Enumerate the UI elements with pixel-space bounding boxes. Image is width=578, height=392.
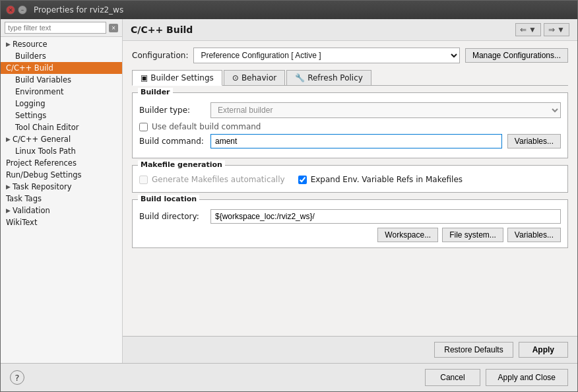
build-location-section: Build location Build directory: Workspac… xyxy=(132,199,568,248)
titlebar: × – Properties for rviz2_ws xyxy=(1,1,577,19)
builder-section: Builder Builder type: External builder U… xyxy=(132,92,568,158)
tab-behavior[interactable]: ⊙ Behavior xyxy=(224,70,285,85)
expand-env-row: Expand Env. Variable Refs in Makefiles xyxy=(298,175,463,184)
right-header: C/C++ Build ⇐ ▼ ⇒ ▼ xyxy=(123,19,577,41)
sidebar-item-label: Build Variables xyxy=(15,75,71,84)
build-dir-input[interactable] xyxy=(210,209,561,224)
filter-input[interactable] xyxy=(5,22,106,34)
sidebar-item-label: Project References xyxy=(6,158,77,168)
use-default-checkbox[interactable] xyxy=(139,123,148,131)
dir-buttons: Workspace... File system... Variables... xyxy=(139,228,561,242)
generate-makefiles-checkbox[interactable] xyxy=(139,176,148,184)
footer: ? Cancel Apply and Close xyxy=(1,363,577,391)
sidebar-item-settings[interactable]: Settings xyxy=(1,110,122,121)
sidebar-item-linux-tools-path[interactable]: Linux Tools Path xyxy=(1,145,122,157)
build-dir-label: Build directory: xyxy=(139,212,205,221)
build-dir-row: Build directory: xyxy=(139,209,561,224)
tab-builder-settings-label: Builder Settings xyxy=(150,73,213,82)
builder-settings-icon: ▣ xyxy=(141,73,148,82)
forward-button[interactable]: ⇒ ▼ xyxy=(544,23,569,36)
left-panel: × ▶ResourceBuildersC/C++ BuildBuild Vari… xyxy=(1,19,123,363)
sidebar-item-builders[interactable]: Builders xyxy=(1,50,122,62)
sidebar-item-label: Builders xyxy=(15,51,46,61)
sidebar-item-cpp-general[interactable]: ▶C/C++ General xyxy=(1,133,122,145)
sidebar-item-label: Linux Tools Path xyxy=(15,147,76,156)
sidebar-item-resource[interactable]: ▶Resource xyxy=(1,38,122,50)
restore-defaults-button[interactable]: Restore Defaults xyxy=(434,342,513,358)
sidebar-item-environment[interactable]: Environment xyxy=(1,86,122,98)
builder-type-select[interactable]: External builder xyxy=(210,102,561,118)
tab-refresh-policy[interactable]: 🔧 Refresh Policy xyxy=(286,70,371,85)
generate-makefiles-label: Generate Makefiles automatically xyxy=(152,175,285,184)
tab-refresh-policy-label: Refresh Policy xyxy=(307,73,363,82)
tree-arrow: ▶ xyxy=(6,207,11,214)
sidebar-item-logging[interactable]: Logging xyxy=(1,98,122,110)
filesystem-button[interactable]: File system... xyxy=(442,228,503,242)
config-row: Configuration: Preference Configuration … xyxy=(132,48,568,63)
sidebar-item-task-repository[interactable]: ▶Task Repository xyxy=(1,181,122,193)
main-content: × ▶ResourceBuildersC/C++ BuildBuild Vari… xyxy=(1,19,577,363)
cancel-button[interactable]: Cancel xyxy=(425,369,480,386)
builder-type-row: Builder type: External builder xyxy=(139,102,561,118)
sidebar-item-label: Environment xyxy=(15,87,63,96)
sidebar-item-label: Task Repository xyxy=(13,182,72,191)
builder-section-title: Builder xyxy=(138,88,173,96)
filter-bar: × xyxy=(1,19,122,37)
tree: ▶ResourceBuildersC/C++ BuildBuild Variab… xyxy=(1,37,122,363)
sidebar-item-run-debug-settings[interactable]: Run/Debug Settings xyxy=(1,169,122,181)
sidebar-item-build-variables[interactable]: Build Variables xyxy=(1,74,122,86)
sidebar-item-label: Settings xyxy=(15,111,46,120)
generate-makefiles-row: Generate Makefiles automatically xyxy=(139,175,285,184)
main-window: × – Properties for rviz2_ws × ▶ResourceB… xyxy=(0,0,578,392)
minimize-button[interactable]: – xyxy=(18,5,27,15)
makefile-section-title: Makefile generation xyxy=(138,160,225,169)
close-button[interactable]: × xyxy=(6,5,15,15)
refresh-policy-icon: 🔧 xyxy=(295,73,305,82)
build-location-title: Build location xyxy=(138,195,199,203)
build-command-row: Build command: Variables... xyxy=(139,134,561,148)
manage-configurations-button[interactable]: Manage Configurations... xyxy=(465,48,568,63)
config-select[interactable]: Preference Configuration [ Active ] xyxy=(193,48,459,63)
tree-arrow: ▶ xyxy=(6,136,11,143)
sidebar-item-label: C/C++ General xyxy=(13,135,71,144)
sidebar-item-label: Task Tags xyxy=(6,194,42,203)
sidebar-item-cpp-build[interactable]: C/C++ Build xyxy=(1,62,122,74)
tree-arrow: ▶ xyxy=(6,41,11,48)
sidebar-item-wikitext[interactable]: WikiText xyxy=(1,216,122,228)
window-controls: × – xyxy=(6,5,27,15)
apply-button[interactable]: Apply xyxy=(519,342,568,358)
sidebar-item-validation[interactable]: ▶Validation xyxy=(1,205,122,216)
expand-env-checkbox[interactable] xyxy=(298,176,307,184)
makefile-row: Generate Makefiles automatically Expand … xyxy=(139,175,561,187)
back-button[interactable]: ⇐ ▼ xyxy=(515,23,541,36)
tabs: ▣ Builder Settings ⊙ Behavior 🔧 Refresh … xyxy=(132,70,568,86)
behavior-icon: ⊙ xyxy=(232,73,239,82)
sidebar-item-label: Tool Chain Editor xyxy=(15,123,79,132)
sidebar-item-label: Validation xyxy=(13,206,50,215)
tab-behavior-label: Behavior xyxy=(241,73,276,82)
help-button[interactable]: ? xyxy=(10,370,24,385)
sidebar-item-label: C/C++ Build xyxy=(6,63,53,73)
sidebar-item-task-tags[interactable]: Task Tags xyxy=(1,193,122,205)
build-command-label: Build command: xyxy=(139,137,205,146)
use-default-row: Use default build command xyxy=(139,122,561,131)
panel-title: C/C++ Build xyxy=(131,24,193,35)
filter-clear-button[interactable]: × xyxy=(109,24,118,32)
apply-and-close-button[interactable]: Apply and Close xyxy=(486,369,568,386)
tree-arrow: ▶ xyxy=(6,183,11,190)
config-label: Configuration: xyxy=(132,51,188,60)
footer-buttons: Cancel Apply and Close xyxy=(425,369,568,386)
builder-type-label: Builder type: xyxy=(139,106,205,115)
tab-builder-settings[interactable]: ▣ Builder Settings xyxy=(132,70,222,86)
sidebar-item-project-references[interactable]: Project References xyxy=(1,157,122,169)
use-default-label: Use default build command xyxy=(152,122,261,131)
bottom-bar: Restore Defaults Apply xyxy=(123,336,577,363)
right-panel: C/C++ Build ⇐ ▼ ⇒ ▼ Configuration: Prefe… xyxy=(123,19,577,363)
makefile-section: Makefile generation Generate Makefiles a… xyxy=(132,165,568,193)
variables-button-2[interactable]: Variables... xyxy=(507,228,561,242)
header-nav: ⇐ ▼ ⇒ ▼ xyxy=(515,23,569,36)
build-command-input[interactable] xyxy=(210,134,502,148)
variables-button[interactable]: Variables... xyxy=(507,134,561,148)
workspace-button[interactable]: Workspace... xyxy=(377,228,438,242)
sidebar-item-tool-chain-editor[interactable]: Tool Chain Editor xyxy=(1,121,122,133)
